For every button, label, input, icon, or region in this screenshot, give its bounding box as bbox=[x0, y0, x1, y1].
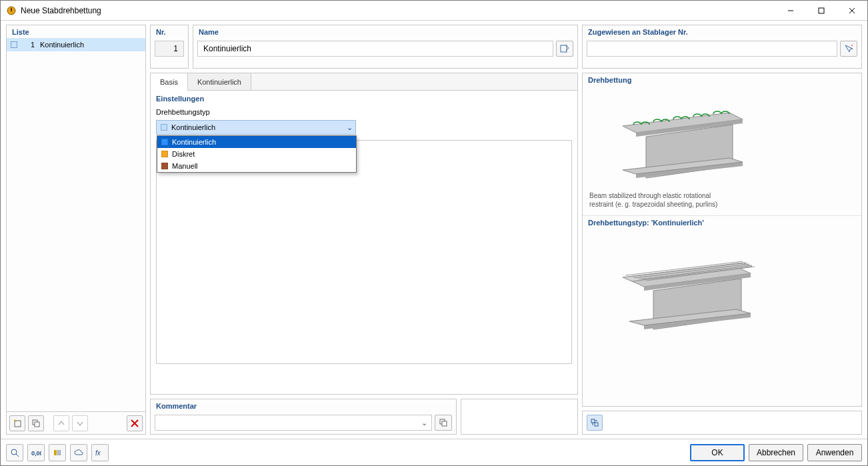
color-swatch-icon bbox=[11, 41, 17, 48]
dropdown-option-manuell[interactable]: Manuell bbox=[157, 160, 356, 172]
list-header: Liste bbox=[7, 25, 145, 38]
apply-label: Anwenden bbox=[816, 448, 854, 457]
help-button[interactable] bbox=[6, 444, 23, 461]
tab-kontinuierlich[interactable]: Kontinuierlich bbox=[188, 73, 251, 90]
assigned-panel: Zugewiesen an Stablager Nr. bbox=[582, 25, 862, 69]
comment-panel: Kommentar ⌄ bbox=[150, 399, 457, 435]
chevron-down-icon: ⌄ bbox=[417, 419, 431, 427]
comment-combobox[interactable]: ⌄ bbox=[155, 415, 432, 431]
svg-rect-35 bbox=[595, 423, 598, 426]
svg-line-37 bbox=[16, 454, 19, 457]
assigned-header: Zugewiesen an Stablager Nr. bbox=[583, 25, 861, 38]
type-combobox[interactable]: Kontinuierlich ⌄ Kontinuierlich bbox=[156, 120, 356, 135]
comment-row: Kommentar ⌄ bbox=[150, 399, 578, 435]
name-input[interactable] bbox=[197, 41, 553, 57]
type-dropdown: Kontinuierlich Diskret Manuell bbox=[157, 135, 357, 173]
combo-selected-label: Kontinuierlich bbox=[171, 123, 343, 131]
preview-subheader: Drehbettungstyp: 'Kontinuierlich' bbox=[583, 215, 861, 229]
svg-rect-14 bbox=[442, 421, 447, 426]
tab-strip: Basis Kontinuierlich bbox=[151, 73, 577, 91]
option-label: Diskret bbox=[172, 150, 195, 158]
copy-item-button[interactable] bbox=[28, 415, 44, 431]
maximize-button[interactable] bbox=[806, 1, 837, 21]
delete-item-button[interactable] bbox=[127, 415, 143, 431]
preview-column: Drehbettung bbox=[582, 73, 862, 435]
decimals-button[interactable]: 0,00 bbox=[27, 444, 45, 461]
edit-name-icon bbox=[560, 44, 569, 53]
tab-kontinuierlich-label: Kontinuierlich bbox=[197, 78, 241, 86]
svg-point-36 bbox=[11, 449, 17, 455]
ok-button[interactable]: OK bbox=[690, 444, 745, 461]
svg-rect-34 bbox=[591, 419, 595, 423]
delete-icon bbox=[130, 419, 139, 428]
beam-sheeting-icon bbox=[609, 240, 769, 340]
chevron-down-icon: ⌄ bbox=[343, 123, 355, 132]
list-panel: Liste 1 Kontinuierlich bbox=[6, 25, 146, 435]
list-item-label: Kontinuierlich bbox=[40, 41, 84, 49]
comment-library-button[interactable] bbox=[435, 415, 452, 431]
illustration-caption: Beam stabilized through elastic rotation… bbox=[589, 191, 723, 209]
maximize-icon bbox=[818, 7, 825, 14]
edit-name-button[interactable] bbox=[556, 41, 573, 57]
number-panel: Nr. 1 bbox=[150, 25, 189, 69]
tab-basis-label: Basis bbox=[160, 78, 178, 86]
swap-view-button[interactable] bbox=[587, 415, 603, 431]
svg-rect-3 bbox=[819, 8, 824, 13]
bottom-bar: 0,00 fx OK Abbrechen Anwenden bbox=[1, 439, 867, 465]
svg-rect-1 bbox=[11, 8, 12, 11]
fx-icon: fx bbox=[95, 448, 105, 457]
minimize-icon bbox=[787, 7, 794, 14]
ok-label: OK bbox=[711, 448, 723, 457]
assigned-input[interactable] bbox=[587, 41, 837, 57]
library-icon bbox=[439, 418, 448, 427]
pick-in-model-button[interactable] bbox=[840, 41, 857, 57]
option-label: Kontinuierlich bbox=[172, 138, 216, 146]
close-button[interactable] bbox=[837, 1, 867, 21]
sort-asc-button[interactable] bbox=[53, 415, 69, 431]
new-icon bbox=[13, 419, 22, 428]
window-title: Neue Stabdrehbettung bbox=[21, 6, 775, 15]
name-header: Name bbox=[193, 25, 577, 38]
script-button[interactable]: fx bbox=[91, 444, 109, 461]
minimize-button[interactable] bbox=[775, 1, 806, 21]
svg-rect-6 bbox=[15, 421, 21, 427]
list-item[interactable]: 1 Kontinuierlich bbox=[7, 38, 145, 51]
combo-swatch-icon bbox=[161, 124, 167, 131]
close-icon bbox=[849, 7, 855, 14]
tab-basis[interactable]: Basis bbox=[151, 73, 188, 91]
dialog-body: Liste 1 Kontinuierlich bbox=[1, 21, 867, 439]
beam-springs-icon bbox=[609, 93, 756, 186]
svg-text:0,00: 0,00 bbox=[31, 450, 41, 457]
preview-toolbar bbox=[582, 411, 862, 435]
option-swatch-icon bbox=[161, 151, 168, 157]
decimals-icon: 0,00 bbox=[31, 448, 41, 457]
pick-icon bbox=[844, 44, 853, 53]
option-swatch-icon bbox=[161, 139, 168, 145]
search-icon bbox=[10, 448, 19, 457]
tab-body: Einstellungen Drehbettungstyp Kontinuier… bbox=[151, 91, 577, 394]
name-panel: Name bbox=[193, 25, 578, 69]
preview-panel: Drehbettung bbox=[582, 73, 862, 407]
number-header: Nr. bbox=[151, 25, 188, 38]
list-toolbar bbox=[7, 411, 145, 434]
app-icon bbox=[6, 5, 17, 16]
dropdown-option-kontinuierlich[interactable]: Kontinuierlich bbox=[157, 136, 356, 148]
dropdown-option-diskret[interactable]: Diskret bbox=[157, 148, 356, 160]
comment-input[interactable] bbox=[155, 415, 417, 430]
svg-text:fx: fx bbox=[95, 449, 101, 457]
swap-view-icon bbox=[590, 418, 599, 427]
svg-rect-39 bbox=[54, 450, 57, 455]
apply-button[interactable]: Anwenden bbox=[807, 444, 862, 461]
svg-rect-8 bbox=[35, 422, 39, 427]
type-label: Drehbettungstyp bbox=[156, 108, 572, 116]
settings-header: Einstellungen bbox=[156, 95, 572, 103]
new-item-button[interactable] bbox=[9, 415, 25, 431]
sort-desc-button[interactable] bbox=[72, 415, 88, 431]
dialog-window: Neue Stabdrehbettung Liste 1 Kontinuierl… bbox=[0, 0, 868, 466]
comment-header: Kommentar bbox=[151, 399, 456, 412]
units-button[interactable] bbox=[49, 444, 66, 461]
settings-details-placeholder bbox=[156, 140, 572, 364]
cancel-button[interactable]: Abbrechen bbox=[749, 444, 803, 461]
cloud-button[interactable] bbox=[70, 444, 87, 461]
blank-panel bbox=[461, 399, 578, 435]
